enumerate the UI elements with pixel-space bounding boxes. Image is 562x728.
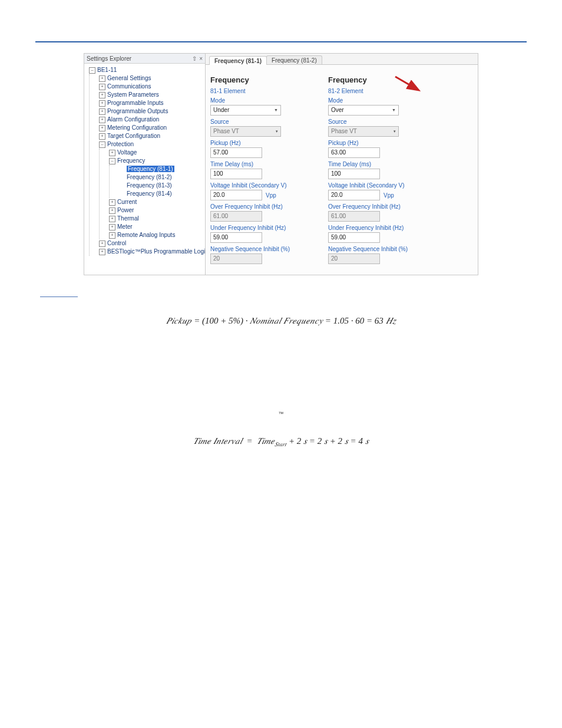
mode-dropdown[interactable]: Over▼ bbox=[328, 105, 399, 116]
tree-expand-icon[interactable]: + bbox=[99, 92, 105, 98]
tree-thermal[interactable]: Thermal bbox=[117, 215, 139, 222]
tree-alarmconfig[interactable]: Alarm Configuration bbox=[107, 116, 159, 123]
pickup-label: Pickup (Hz) bbox=[210, 140, 310, 146]
mode-label: Mode bbox=[328, 97, 428, 104]
tree-expand-icon[interactable]: + bbox=[99, 100, 105, 107]
settings-explorer-panel: Settings Explorer ⇧ × –BE1-11 +General S… bbox=[84, 54, 206, 275]
tree-f81-2[interactable]: Frequency (81-2) bbox=[127, 174, 172, 180]
tree-expand-icon[interactable]: + bbox=[99, 84, 105, 90]
tree-metering[interactable]: Metering Configuration bbox=[107, 124, 167, 131]
chevron-down-icon: ▼ bbox=[392, 106, 396, 114]
tree-voltage[interactable]: Voltage bbox=[117, 149, 137, 156]
tree-f81-3[interactable]: Frequency (81-3) bbox=[127, 182, 172, 189]
tree-targetconfig[interactable]: Target Configuration bbox=[107, 133, 160, 139]
tree-meter[interactable]: Meter bbox=[117, 223, 133, 230]
vinh-label: Voltage Inhibit (Secondary V) bbox=[328, 182, 428, 189]
tree-expand-icon[interactable]: + bbox=[109, 207, 115, 214]
source-dropdown: Phase VT▾ bbox=[328, 126, 399, 137]
panel-subtitle: 81-2 Element bbox=[328, 88, 428, 94]
tree-sysparam[interactable]: System Parameters bbox=[107, 91, 159, 98]
equation-pickup: 𝑃𝑖𝑐𝑘𝑢𝑝 = (100 + 5%) · 𝑁𝑜𝑚𝑖𝑛𝑎𝑙 𝐹𝑟𝑒𝑞𝑢𝑒𝑛𝑐𝑦 … bbox=[41, 315, 521, 327]
tab-81-1[interactable]: Frequency (81-1) bbox=[209, 56, 267, 65]
vinh-field[interactable]: 20.0 bbox=[210, 190, 262, 200]
tree-remoteanalog[interactable]: Remote Analog Inputs bbox=[117, 232, 175, 238]
neg-label: Negative Sequence Inhibit (%) bbox=[210, 246, 310, 252]
tab-81-2[interactable]: Frequency (81-2) bbox=[266, 55, 322, 64]
tree-expand-icon[interactable]: + bbox=[99, 249, 105, 255]
tree-expand-icon[interactable]: + bbox=[99, 108, 105, 115]
tree-expand-icon[interactable]: + bbox=[109, 150, 115, 156]
panel-subtitle: 81-1 Element bbox=[210, 88, 310, 94]
ufinh-label: Under Frequency Inhibit (Hz) bbox=[328, 225, 428, 231]
tree-f81-4[interactable]: Frequency (81-4) bbox=[127, 190, 172, 197]
neg-field: 20 bbox=[210, 253, 262, 264]
tree-collapse-icon[interactable]: – bbox=[89, 67, 95, 74]
delay-label: Time Delay (ms) bbox=[328, 161, 428, 167]
tree-expand-icon[interactable]: + bbox=[109, 216, 115, 222]
tree-bestlogic[interactable]: BESTlogic™Plus Programmable Logic bbox=[107, 248, 205, 255]
tree-expand-icon[interactable]: + bbox=[99, 117, 105, 123]
document-body: 𝑃𝑖𝑐𝑘𝑢𝑝 = (100 + 5%) · 𝑁𝑜𝑚𝑖𝑛𝑎𝑙 𝐹𝑟𝑒𝑞𝑢𝑒𝑛𝑐𝑦 … bbox=[41, 315, 521, 448]
tree-protection[interactable]: Protection bbox=[107, 141, 134, 147]
source-label: Source bbox=[328, 118, 428, 125]
tree-expand-icon[interactable]: + bbox=[109, 224, 115, 230]
ufinh-label: Under Frequency Inhibit (Hz) bbox=[210, 225, 310, 231]
vinh-field[interactable]: 20.0 bbox=[328, 190, 380, 200]
source-label: Source bbox=[210, 118, 310, 125]
source-dropdown: Phase VT▾ bbox=[210, 126, 281, 137]
vinh-label: Voltage Inhibit (Secondary V) bbox=[210, 182, 310, 189]
panel-81-2: Frequency 81-2 Element Mode Over▼ Source… bbox=[328, 75, 428, 264]
ufinh-field[interactable]: 59.00 bbox=[328, 232, 380, 243]
tree-expand-icon[interactable]: + bbox=[99, 75, 105, 82]
panel-81-1: Frequency 81-1 Element Mode Under▼ Sourc… bbox=[210, 75, 310, 264]
tree-expand-icon[interactable]: + bbox=[109, 232, 115, 239]
neg-label: Negative Sequence Inhibit (%) bbox=[328, 246, 428, 252]
tree-expand-icon[interactable]: + bbox=[99, 241, 105, 247]
close-icon[interactable]: × bbox=[199, 55, 203, 62]
ofinh-label: Over Frequency Inhibit (Hz) bbox=[210, 203, 310, 210]
tree-power[interactable]: Power bbox=[117, 207, 134, 213]
ofinh-field: 61.00 bbox=[328, 211, 380, 222]
vinh-unit: Vpp bbox=[384, 192, 394, 199]
chevron-down-icon: ▼ bbox=[274, 106, 278, 114]
tree-progoutputs[interactable]: Programmable Outputs bbox=[107, 108, 168, 114]
workspace: Frequency (81-1) Frequency (81-2) bbox=[206, 54, 478, 275]
neg-field: 20 bbox=[328, 253, 380, 264]
vinh-unit: Vpp bbox=[266, 192, 276, 199]
tree-expand-icon[interactable]: + bbox=[99, 125, 105, 131]
tree-root[interactable]: BE1-11 bbox=[97, 67, 117, 73]
tree-control[interactable]: Control bbox=[107, 240, 126, 246]
tree-current[interactable]: Current bbox=[117, 199, 137, 205]
tree-expand-icon[interactable]: + bbox=[109, 199, 115, 206]
bestcoms-screenshot: Settings Explorer ⇧ × –BE1-11 +General S… bbox=[84, 53, 478, 275]
tree-comm[interactable]: Communications bbox=[107, 83, 151, 90]
delay-field[interactable]: 100 bbox=[328, 169, 380, 179]
pickup-label: Pickup (Hz) bbox=[328, 140, 428, 146]
figure-caption-rule bbox=[40, 297, 78, 297]
ofinh-label: Over Frequency Inhibit (Hz) bbox=[328, 203, 428, 210]
settings-explorer-header: Settings Explorer ⇧ × bbox=[84, 54, 205, 64]
pickup-field[interactable]: 63.00 bbox=[328, 147, 380, 158]
delay-field[interactable]: 100 bbox=[210, 169, 262, 179]
settings-explorer-title: Settings Explorer bbox=[87, 55, 131, 62]
tree-collapse-icon[interactable]: – bbox=[99, 141, 105, 148]
tree-collapse-icon[interactable]: – bbox=[109, 158, 115, 164]
ufinh-field[interactable]: 59.00 bbox=[210, 232, 262, 243]
pin-icon[interactable]: ⇧ bbox=[192, 55, 197, 62]
tree-proginputs[interactable]: Programmable Inputs bbox=[107, 100, 164, 106]
chevron-down-icon: ▾ bbox=[276, 127, 278, 136]
mode-label: Mode bbox=[210, 97, 310, 104]
delay-label: Time Delay (ms) bbox=[210, 161, 310, 167]
tree-f81-1[interactable]: Frequency (81-1) bbox=[127, 166, 174, 172]
tree-general[interactable]: General Settings bbox=[107, 75, 151, 81]
page-top-rule bbox=[35, 41, 527, 42]
panel-heading: Frequency bbox=[210, 75, 310, 84]
panel-heading: Frequency bbox=[328, 75, 428, 84]
chevron-down-icon: ▾ bbox=[394, 127, 396, 136]
tree-expand-icon[interactable]: + bbox=[99, 133, 105, 140]
pickup-field[interactable]: 57.00 bbox=[210, 147, 262, 158]
ofinh-field: 61.00 bbox=[210, 211, 262, 222]
settings-tree[interactable]: –BE1-11 +General Settings +Communication… bbox=[84, 64, 205, 262]
tree-frequency[interactable]: Frequency bbox=[117, 157, 145, 164]
mode-dropdown[interactable]: Under▼ bbox=[210, 105, 281, 116]
